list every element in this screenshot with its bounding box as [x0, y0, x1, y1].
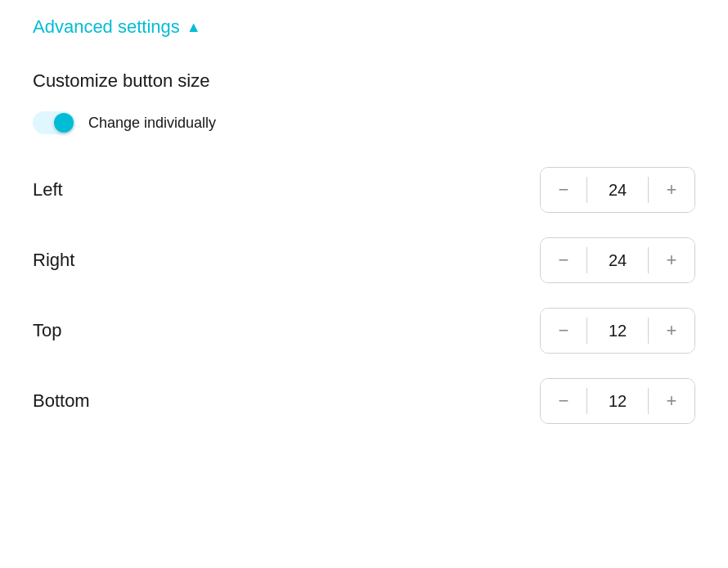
stepper-decrement-right[interactable]: −: [541, 238, 586, 282]
section-title: Customize button size: [33, 70, 695, 92]
stepper-top: −12+: [540, 308, 695, 354]
toggle-thumb: [54, 113, 74, 133]
field-label-right: Right: [33, 250, 74, 271]
stepper-left: −24+: [540, 167, 695, 213]
advanced-settings-title: Advanced settings: [33, 16, 180, 38]
field-label-bottom: Bottom: [33, 390, 90, 412]
field-label-top: Top: [33, 320, 61, 341]
stepper-increment-top[interactable]: +: [649, 309, 694, 353]
stepper-right: −24+: [540, 237, 695, 283]
field-row-top: Top−12+: [33, 308, 695, 354]
stepper-bottom: −12+: [540, 378, 695, 424]
stepper-increment-right[interactable]: +: [649, 238, 694, 282]
stepper-value-right: 24: [587, 251, 648, 270]
stepper-decrement-top[interactable]: −: [541, 309, 586, 353]
change-individually-row: Change individually: [33, 111, 695, 134]
stepper-value-top: 12: [587, 322, 648, 340]
field-row-bottom: Bottom−12+: [33, 378, 695, 424]
fields-container: Left−24+Right−24+Top−12+Bottom−12+: [33, 167, 695, 424]
field-label-left: Left: [33, 179, 63, 201]
stepper-increment-bottom[interactable]: +: [649, 379, 694, 423]
stepper-value-left: 24: [587, 181, 648, 200]
stepper-decrement-left[interactable]: −: [541, 168, 586, 212]
stepper-value-bottom: 12: [587, 392, 648, 411]
chevron-up-icon: ▲: [186, 19, 201, 36]
field-row-right: Right−24+: [33, 237, 695, 283]
field-row-left: Left−24+: [33, 167, 695, 213]
change-individually-toggle[interactable]: [33, 111, 75, 134]
stepper-decrement-bottom[interactable]: −: [541, 379, 586, 423]
advanced-settings-toggle[interactable]: Advanced settings ▲: [33, 16, 695, 38]
toggle-label: Change individually: [88, 115, 216, 132]
stepper-increment-left[interactable]: +: [649, 168, 694, 212]
